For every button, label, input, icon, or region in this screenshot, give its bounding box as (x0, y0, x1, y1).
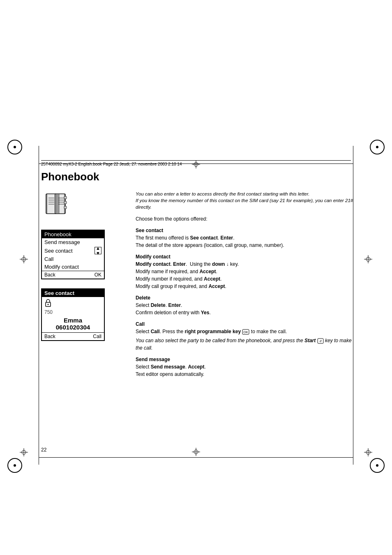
section-call-note: You can also select the party to be call… (136, 337, 359, 352)
svg-rect-33 (64, 206, 67, 209)
menu-buttons: Back OK (42, 271, 104, 279)
start-key-icon: ✆ (317, 338, 324, 344)
menu-item-call: Call (42, 255, 104, 263)
reg-mark-bl (7, 458, 22, 473)
cross-bottom-right (364, 448, 372, 456)
section-see-contact-body: The first menu offered is See contact. E… (136, 234, 359, 249)
menu-item-call-label: Call (44, 256, 53, 262)
menu-ok-button: OK (95, 272, 101, 278)
see-contact-screen: See contact 750 Emma 0601020304 (41, 288, 105, 341)
reg-mark-tl (7, 140, 22, 154)
right-column: You can also enter a letter to access di… (136, 191, 359, 382)
see-contact-call-button: Call (93, 334, 101, 339)
footer-rule (39, 457, 353, 458)
svg-rect-32 (64, 201, 67, 204)
cross-mid-left (20, 255, 28, 263)
svg-rect-22 (56, 194, 59, 214)
choose-text: Choose from the options offered: (136, 216, 359, 222)
reg-mark-tr (370, 140, 385, 154)
svg-point-35 (48, 304, 49, 305)
see-contact-header: See contact (42, 289, 104, 297)
section-send-message-title: Send message (136, 356, 359, 363)
phonebook-menu-screen: Phonebook Send message See contact ▲ ▼ C… (41, 230, 105, 279)
section-delete-title: Delete (136, 294, 359, 302)
menu-item-see-contact-label: See contact (44, 248, 73, 254)
page-number: 22 (41, 447, 46, 453)
book-icon-area (41, 191, 74, 217)
section-call-title: Call (136, 320, 359, 328)
header-text: 25T400892 myX3-2 English.book Page 22 Je… (41, 162, 182, 166)
section-delete: Delete Select Delete. Enter. Confirm del… (136, 294, 359, 316)
page: 25T400892 myX3-2 English.book Page 22 Je… (0, 0, 392, 555)
contact-lock-icon (44, 299, 101, 309)
section-delete-body: Select Delete. Enter. Confirm deletion o… (136, 302, 359, 316)
menu-item-modify-contact: Modify contact (42, 263, 104, 271)
cross-mid-right (364, 255, 372, 263)
see-contact-buttons: Back Call (42, 332, 104, 340)
main-content: Phonebook (41, 170, 359, 382)
cross-bottom-center (192, 448, 200, 456)
section-call: Call Select Call. Press the right progra… (136, 320, 359, 352)
contact-name: Emma (44, 317, 101, 324)
header-line: 25T400892 myX3-2 English.book Page 22 Je… (41, 160, 351, 166)
menu-item-send-message: Send message (42, 238, 104, 246)
svg-text:OK: OK (244, 330, 249, 334)
margin-line-left (39, 146, 39, 465)
contact-phone: 0601020304 (44, 324, 101, 331)
page-title: Phonebook (41, 170, 359, 183)
see-contact-body: 750 Emma 0601020304 (42, 297, 104, 332)
menu-item-phonebook-label: Phonebook (44, 231, 71, 237)
svg-text:✆: ✆ (319, 340, 322, 343)
section-send-message: Send message Select Send message. Accept… (136, 356, 359, 378)
section-modify-contact-title: Modify contact (136, 253, 359, 260)
contact-number: 750 (44, 309, 101, 315)
menu-item-see-contact: See contact ▲ ▼ (42, 246, 104, 255)
phonebook-icon (43, 192, 72, 216)
section-see-contact-title: See contact (136, 227, 359, 234)
scroll-indicator: ▲ ▼ (95, 247, 101, 254)
two-column-layout: Phonebook Send message See contact ▲ ▼ C… (41, 191, 359, 382)
intro-text-1: You can also enter a letter to access di… (136, 191, 359, 210)
menu-item-phonebook: Phonebook (42, 230, 104, 238)
menu-item-send-message-label: Send message (44, 239, 80, 245)
section-call-body: Select Call. Press the right programmabl… (136, 328, 359, 335)
section-send-message-body: Select Send message. Accept. Text editor… (136, 363, 359, 378)
section-modify-contact-body: Modify contact. Enter. Using the down ↓ … (136, 260, 359, 290)
see-contact-back-button: Back (44, 334, 55, 339)
section-modify-contact: Modify contact Modify contact. Enter. Us… (136, 253, 359, 290)
right-key-icon: OK (242, 329, 249, 335)
section-see-contact: See contact The first menu offered is Se… (136, 227, 359, 249)
cross-bottom-left (20, 448, 28, 456)
menu-back-button: Back (44, 272, 55, 278)
menu-item-modify-contact-label: Modify contact (44, 264, 79, 270)
left-column: Phonebook Send message See contact ▲ ▼ C… (41, 191, 123, 341)
svg-rect-31 (64, 196, 67, 199)
reg-mark-br (370, 458, 385, 473)
